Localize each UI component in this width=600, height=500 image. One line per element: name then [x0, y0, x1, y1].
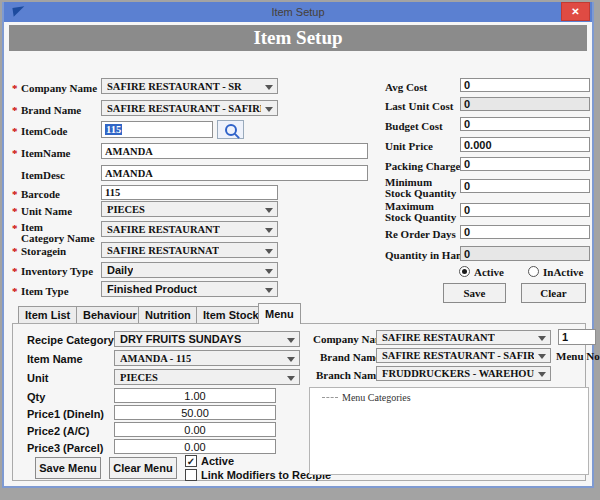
chevron-down-icon [538, 372, 546, 377]
price1-input[interactable]: 50.00 [114, 405, 276, 420]
recipe-category-select[interactable]: DRY FRUITS SUNDAYS [114, 331, 300, 347]
price2-label: Price2 (A/C) [27, 425, 89, 437]
min-stock-input[interactable]: 0 [460, 179, 590, 193]
recipe-category-value: DRY FRUITS SUNDAYS [120, 333, 241, 345]
required-marker: * [12, 245, 20, 257]
active-radio[interactable] [459, 266, 470, 277]
company-name-label: Company Name [21, 82, 97, 94]
brand-name-select[interactable]: SAFIRE RESTAURANT - SAFIRE REST [101, 100, 278, 116]
panel-branch-name-select[interactable]: FRUDDRUCKERS - WAREHOUSE - FR [376, 366, 551, 381]
storagein-select[interactable]: SAFIRE RESTAURNAT [101, 242, 278, 258]
clear-menu-button-label: Clear Menu [113, 462, 172, 474]
qty-in-hand-label: Quantity in Han [385, 249, 462, 261]
max-stock-input[interactable]: 0 [460, 203, 590, 217]
tab-item-stock-label: Item Stock [203, 309, 259, 321]
reorder-days-input[interactable]: 0 [460, 225, 590, 239]
inactive-radio-label: InActive [543, 266, 583, 278]
chevron-down-icon [265, 107, 273, 112]
chevron-down-icon [265, 269, 273, 274]
budget-cost-input[interactable]: 0 [460, 117, 590, 131]
required-marker: * [12, 104, 20, 116]
panel-company-name-select[interactable]: SAFIRE RESTAURANT [376, 330, 551, 345]
item-desc-input[interactable]: AMANDA [101, 165, 368, 181]
brand-name-label: Brand Name [21, 104, 81, 116]
chevron-down-icon [265, 288, 273, 293]
tab-nutrition[interactable]: Nutrition [138, 306, 198, 324]
menu-categories-tree[interactable]: Menu Categories [309, 387, 589, 475]
tab-menu[interactable]: Menu [258, 303, 301, 324]
item-name-value: AMANDA [105, 146, 153, 157]
item-code-value: 115 [105, 124, 122, 135]
panel-brand-name-select[interactable]: SAFIRE RESTAURANT - SAFIRE RES [376, 348, 551, 363]
menu-no-input[interactable]: 1 [558, 329, 596, 345]
inactive-radio[interactable] [528, 266, 539, 277]
menu-categories-root-node[interactable]: Menu Categories [322, 392, 411, 403]
tab-menu-label: Menu [265, 308, 294, 320]
titlebar: Item Setup [4, 2, 592, 22]
qty-label: Qty [27, 391, 45, 403]
menu-tab-panel: Recipe Category : DRY FRUITS SUNDAYS Ite… [12, 323, 586, 481]
tab-item-list[interactable]: Item List [18, 306, 77, 324]
storagein-label: Storagein [21, 245, 66, 257]
required-marker: * [12, 285, 20, 297]
chevron-down-icon [287, 338, 295, 343]
clear-button[interactable]: Clear [521, 283, 586, 303]
unit-price-value: 0.000 [464, 139, 492, 151]
last-unit-cost-label: Last Unit Cost [385, 100, 453, 112]
clear-menu-button[interactable]: Clear Menu [109, 457, 177, 479]
item-setup-window: Item Setup ✕ Item Setup * Company Name S… [2, 2, 594, 488]
reorder-days-label: Re Order Days [385, 228, 456, 240]
required-marker: * [12, 82, 20, 94]
item-code-input[interactable]: 115 [101, 121, 213, 138]
min-stock-label: Minimum Stock Quantity [385, 177, 456, 199]
active-checkbox[interactable]: ✓ [185, 455, 197, 467]
search-icon [225, 124, 237, 136]
item-name-input[interactable]: AMANDA [101, 143, 368, 159]
company-name-select[interactable]: SAFIRE RESTAURANT - SR [101, 78, 278, 94]
required-marker: * [12, 205, 20, 217]
reorder-days-value: 0 [464, 226, 470, 238]
close-button[interactable]: ✕ [561, 2, 590, 21]
item-category-value: SAFIRE RESTAURANT [107, 224, 220, 235]
tab-item-stock[interactable]: Item Stock [196, 306, 266, 324]
item-category-select[interactable]: SAFIRE RESTAURANT [101, 221, 278, 237]
item-code-search-button[interactable] [217, 120, 244, 139]
chevron-down-icon [287, 357, 295, 362]
item-type-value: Finished Product [107, 283, 197, 295]
price2-input[interactable]: 0.00 [114, 422, 276, 437]
menu-item-name-select[interactable]: AMANDA - 115 [114, 350, 300, 366]
barcode-input[interactable]: 115 [101, 185, 278, 200]
item-type-select[interactable]: Finished Product [101, 281, 278, 297]
link-modifiers-checkbox[interactable] [185, 469, 197, 481]
tab-nutrition-label: Nutrition [145, 309, 191, 321]
save-menu-button[interactable]: Save Menu [35, 457, 101, 479]
tab-behaviour[interactable]: Behaviour [76, 306, 144, 324]
panel-branch-name-label: Branch Name [316, 369, 381, 381]
menu-unit-select[interactable]: PIECES [114, 369, 300, 385]
required-marker: * [12, 188, 20, 200]
inventory-type-value: Daily [107, 264, 133, 276]
tree-branch-line [322, 397, 338, 398]
unit-name-label: Unit Name [21, 205, 72, 217]
panel-company-name-value: SAFIRE RESTAURANT [382, 332, 495, 343]
inventory-type-select[interactable]: Daily [101, 262, 278, 278]
price2-value: 0.00 [184, 424, 205, 436]
unit-name-value: PIECES [107, 204, 145, 215]
panel-brand-name-value: SAFIRE RESTAURANT - SAFIRE RES [382, 350, 534, 361]
min-stock-value: 0 [464, 180, 470, 192]
packing-charge-input[interactable]: 0 [460, 157, 590, 171]
price3-input[interactable]: 0.00 [114, 439, 276, 454]
price3-value: 0.00 [184, 441, 205, 453]
avg-cost-input[interactable]: 0 [460, 78, 590, 92]
unit-name-select[interactable]: PIECES [101, 201, 278, 217]
required-marker: * [12, 265, 20, 277]
qty-input[interactable]: 1.00 [114, 388, 276, 403]
chevron-down-icon [287, 376, 295, 381]
item-code-label: ItemCode [21, 125, 67, 137]
panel-branch-name-value: FRUDDRUCKERS - WAREHOUSE - FR [382, 368, 534, 379]
unit-price-input[interactable]: 0.000 [460, 137, 590, 152]
save-button[interactable]: Save [443, 283, 506, 303]
price1-label: Price1 (DineIn) [27, 408, 104, 420]
item-desc-value: AMANDA [105, 168, 153, 179]
screen: Item Setup ✕ Item Setup * Company Name S… [0, 0, 600, 500]
